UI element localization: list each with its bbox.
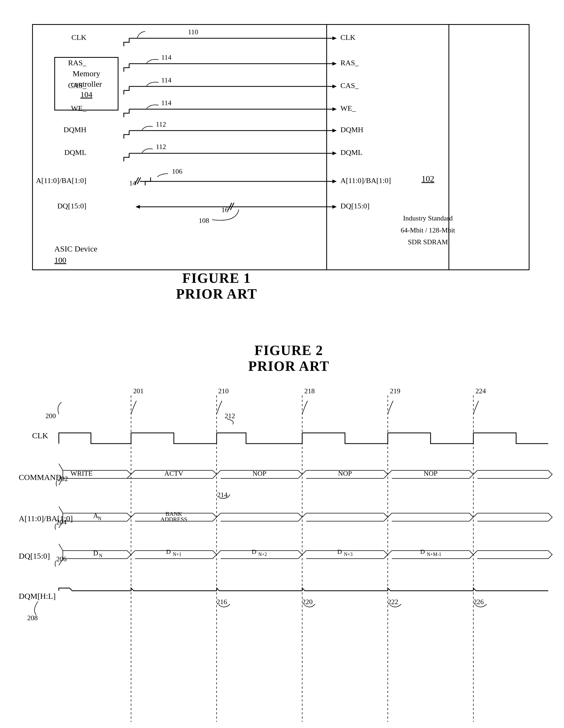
svg-text:216: 216 xyxy=(217,598,227,606)
svg-text:224: 224 xyxy=(475,387,486,395)
svg-text:D: D xyxy=(93,549,98,557)
svg-text:114: 114 xyxy=(161,76,172,84)
svg-text:226: 226 xyxy=(473,598,484,606)
svg-text:16: 16 xyxy=(222,206,229,214)
svg-text:NOP: NOP xyxy=(253,470,267,477)
svg-text:N+3: N+3 xyxy=(344,552,352,557)
svg-text:D: D xyxy=(420,548,425,555)
svg-text:N: N xyxy=(98,516,101,521)
svg-text:219: 219 xyxy=(390,387,400,395)
svg-text:A: A xyxy=(93,512,98,520)
svg-text:N+2: N+2 xyxy=(258,552,267,557)
mc-number: 104 xyxy=(81,89,93,100)
svg-text:DQML: DQML xyxy=(64,148,86,157)
svg-text:220: 220 xyxy=(302,598,312,606)
svg-text:108: 108 xyxy=(199,217,209,224)
svg-text:106: 106 xyxy=(172,167,182,175)
svg-text:WRITE: WRITE xyxy=(71,470,93,477)
svg-text:112: 112 xyxy=(156,143,166,151)
svg-text:222: 222 xyxy=(388,598,398,606)
sdram-desc: Industry Standard64-Mbit / 128-MbitSDR S… xyxy=(327,212,529,248)
figure1-subtitle: PRIOR ART xyxy=(123,286,310,302)
svg-text:N+M-1: N+M-1 xyxy=(427,552,441,557)
svg-text:201: 201 xyxy=(133,387,144,395)
svg-text:D: D xyxy=(252,548,256,555)
svg-text:D: D xyxy=(337,548,342,555)
timing-diagram-svg: 200 201 210 212 218 219 224 CLK COMMAND … xyxy=(16,379,562,728)
svg-text:110: 110 xyxy=(188,28,198,36)
svg-text:218: 218 xyxy=(304,387,315,395)
mc-box: Memorycontroller 104 xyxy=(54,57,119,110)
svg-text:COMMAND: COMMAND xyxy=(19,473,62,482)
svg-text:210: 210 xyxy=(218,387,229,395)
figure2: FIGURE 2 PRIOR ART 200 201 210 212 218 2… xyxy=(16,342,562,728)
svg-text:DQ[15:0]: DQ[15:0] xyxy=(19,551,50,560)
svg-text:212: 212 xyxy=(225,412,235,420)
svg-text:206: 206 xyxy=(56,555,67,563)
svg-text:214: 214 xyxy=(217,491,228,499)
svg-text:DQM[H:L]: DQM[H:L] xyxy=(19,592,56,600)
svg-text:112: 112 xyxy=(156,120,166,128)
svg-text:ADDRESS: ADDRESS xyxy=(161,516,187,523)
signal-lines-svg: 110 CLK CLK 114 RAS_ RAS_ 114 CAS_ CAS_ xyxy=(124,36,343,271)
svg-text:204: 204 xyxy=(56,518,67,526)
svg-text:114: 114 xyxy=(161,54,172,61)
sdram-box: 102 Industry Standard64-Mbit / 128-MbitS… xyxy=(326,24,529,270)
svg-text:WE_: WE_ xyxy=(71,104,87,112)
svg-text:200: 200 xyxy=(45,412,56,420)
figure2-title: FIGURE 2 xyxy=(16,342,562,358)
figure1-title: FIGURE 1 xyxy=(123,270,310,286)
figure2-subtitle: PRIOR ART xyxy=(16,358,562,374)
svg-text:NOP: NOP xyxy=(424,470,437,477)
svg-text:208: 208 xyxy=(27,614,38,622)
svg-text:A[11:0]/BA[1:0]: A[11:0]/BA[1:0] xyxy=(36,176,86,185)
figure1-title-area: FIGURE 1 PRIOR ART xyxy=(123,270,310,302)
figure1: Memorycontroller 104 100 ASIC Device 110… xyxy=(16,8,546,316)
svg-text:NOP: NOP xyxy=(338,470,352,477)
asic-number-label: 100 xyxy=(54,256,66,265)
svg-text:CLK: CLK xyxy=(32,431,48,440)
svg-text:D: D xyxy=(166,548,171,555)
sdram-number: 102 xyxy=(421,174,434,184)
svg-text:N: N xyxy=(99,553,102,558)
svg-text:14: 14 xyxy=(129,179,136,187)
svg-text:DQMH: DQMH xyxy=(63,125,86,134)
svg-text:N+1: N+1 xyxy=(173,552,181,557)
svg-text:CAS_: CAS_ xyxy=(68,81,87,90)
svg-text:RAS_: RAS_ xyxy=(68,59,87,67)
svg-text:114: 114 xyxy=(161,99,172,107)
svg-text:DQ[15:0]: DQ[15:0] xyxy=(57,202,86,210)
figure2-title-area: FIGURE 2 PRIOR ART xyxy=(16,342,562,374)
svg-text:CLK: CLK xyxy=(71,33,86,41)
svg-marker-40 xyxy=(136,205,140,209)
svg-text:ACTV: ACTV xyxy=(165,470,184,477)
asic-device-label: ASIC Device xyxy=(54,244,97,253)
